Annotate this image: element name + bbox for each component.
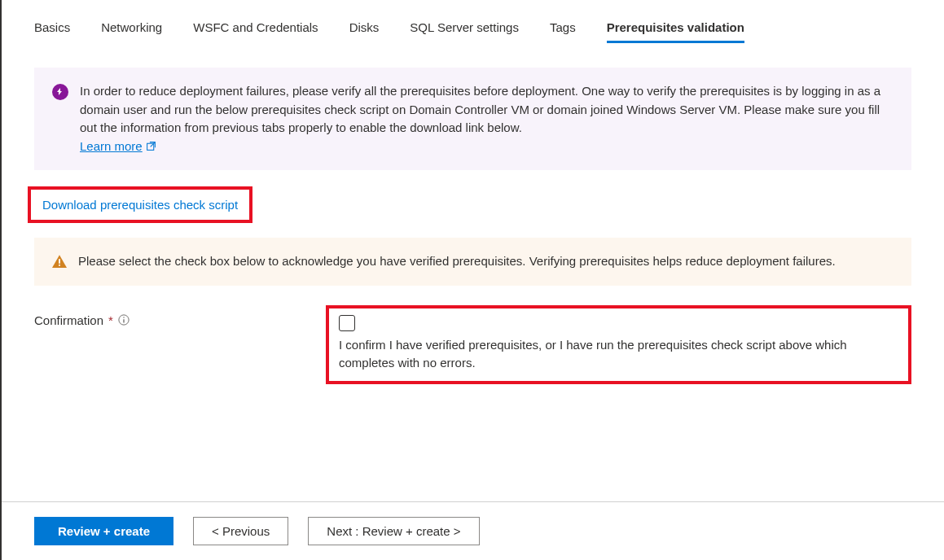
tabs-nav: Basics Networking WSFC and Credentials D…	[34, 20, 911, 43]
tab-networking[interactable]: Networking	[101, 20, 162, 43]
required-asterisk: *	[108, 313, 113, 327]
confirmation-row: Confirmation * I confirm I have verified…	[34, 305, 911, 384]
tab-basics[interactable]: Basics	[34, 20, 70, 43]
rocket-icon	[52, 84, 68, 100]
warning-text: Please select the check box below to ack…	[78, 252, 836, 271]
tab-prerequisites-validation[interactable]: Prerequisites validation	[607, 20, 744, 43]
svg-rect-1	[59, 259, 60, 264]
info-box: In order to reduce deployment failures, …	[34, 68, 911, 170]
next-button[interactable]: Next : Review + create >	[308, 517, 479, 545]
confirmation-label-text: Confirmation	[34, 313, 103, 327]
review-create-button[interactable]: Review + create	[34, 517, 173, 545]
confirmation-text: I confirm I have verified prerequisites,…	[339, 336, 898, 373]
svg-rect-2	[59, 265, 60, 266]
tab-wsfc-credentials[interactable]: WSFC and Credentials	[193, 20, 318, 43]
download-prerequisites-link[interactable]: Download prerequisites check script	[42, 198, 238, 212]
info-icon[interactable]	[118, 314, 130, 326]
external-link-icon	[146, 141, 156, 151]
tab-disks[interactable]: Disks	[349, 20, 380, 43]
info-text: In order to reduce deployment failures, …	[80, 84, 880, 134]
learn-more-label: Learn more	[80, 138, 143, 156]
tab-tags[interactable]: Tags	[550, 20, 576, 43]
learn-more-link[interactable]: Learn more	[80, 138, 156, 156]
download-link-highlight: Download prerequisites check script	[28, 186, 252, 223]
warning-icon	[52, 254, 67, 269]
confirmation-content-highlight: I confirm I have verified prerequisites,…	[326, 305, 911, 384]
confirmation-checkbox[interactable]	[339, 315, 355, 331]
tab-sql-server-settings[interactable]: SQL Server settings	[410, 20, 519, 43]
previous-button[interactable]: < Previous	[193, 517, 288, 545]
footer-actions: Review + create < Previous Next : Review…	[2, 501, 944, 560]
confirmation-label: Confirmation *	[34, 305, 326, 327]
warning-box: Please select the check box below to ack…	[34, 238, 911, 286]
svg-point-5	[123, 317, 124, 317]
